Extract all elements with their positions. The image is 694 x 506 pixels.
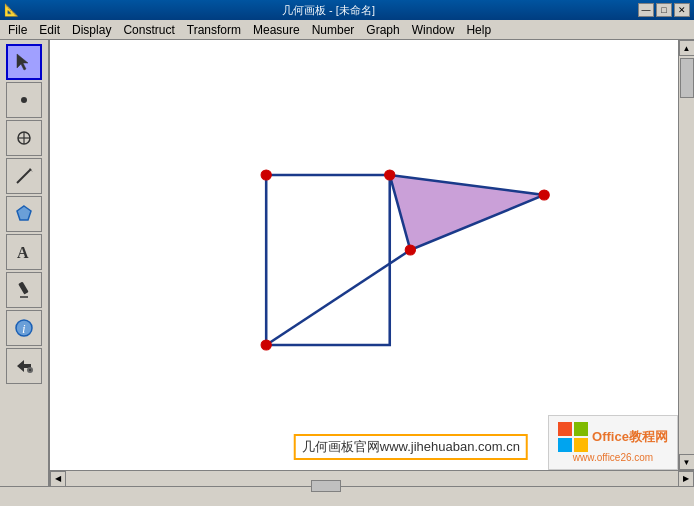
menu-display[interactable]: Display — [66, 21, 117, 39]
office-logo: Office教程网 www.office26.com — [548, 415, 678, 470]
custom-tool[interactable] — [6, 348, 42, 384]
title-bar-icon: 📐 — [4, 3, 19, 17]
svg-point-20 — [261, 170, 271, 180]
main-layout: A i — [0, 40, 694, 486]
scroll-thumb-right[interactable] — [680, 58, 694, 98]
close-button[interactable]: ✕ — [674, 3, 690, 17]
scroll-track-right — [680, 56, 694, 454]
menu-graph[interactable]: Graph — [360, 21, 405, 39]
office-logo-text: Office教程网 — [592, 428, 668, 446]
menu-transform[interactable]: Transform — [181, 21, 247, 39]
menu-measure[interactable]: Measure — [247, 21, 306, 39]
menu-file[interactable]: File — [2, 21, 33, 39]
svg-point-24 — [261, 340, 271, 350]
canvas-container: 几何画板官网www.jihehuaban.com.cn Office教程网 — [50, 40, 694, 486]
menu-help[interactable]: Help — [460, 21, 497, 39]
svg-point-2 — [21, 97, 27, 103]
office-icon — [558, 422, 588, 452]
svg-rect-17 — [266, 175, 390, 345]
svg-rect-10 — [18, 282, 28, 295]
text-tool[interactable]: A — [6, 234, 42, 270]
svg-text:A: A — [17, 244, 29, 261]
drawing-canvas[interactable]: 几何画板官网www.jihehuaban.com.cn Office教程网 — [50, 40, 678, 470]
scroll-right-button[interactable]: ▶ — [678, 471, 694, 487]
svg-rect-26 — [574, 422, 588, 436]
line-tool[interactable] — [6, 158, 42, 194]
svg-marker-0 — [17, 54, 28, 70]
polygon-tool[interactable] — [6, 196, 42, 232]
status-bar — [0, 486, 694, 506]
canvas-with-scroll: 几何画板官网www.jihehuaban.com.cn Office教程网 — [50, 40, 694, 470]
svg-point-16 — [29, 369, 31, 371]
menu-window[interactable]: Window — [406, 21, 461, 39]
marker-tool[interactable] — [6, 272, 42, 308]
bottom-scrollbar[interactable]: ◀ ▶ — [50, 470, 694, 486]
scroll-left-button[interactable]: ◀ — [50, 471, 66, 487]
svg-line-6 — [17, 169, 31, 183]
svg-point-22 — [539, 190, 549, 200]
right-scrollbar[interactable]: ▲ ▼ — [678, 40, 694, 470]
svg-marker-8 — [17, 206, 31, 220]
maximize-button[interactable]: □ — [656, 3, 672, 17]
toolbar: A i — [0, 40, 50, 486]
svg-text:i: i — [22, 321, 26, 336]
title-bar-title: 几何画板 - [未命名] — [19, 3, 638, 18]
select-tool[interactable] — [6, 44, 42, 80]
scroll-up-button[interactable]: ▲ — [679, 40, 695, 56]
minimize-button[interactable]: — — [638, 3, 654, 17]
office-logo-subtext: www.office26.com — [573, 452, 653, 463]
compass-tool[interactable] — [6, 120, 42, 156]
svg-rect-27 — [558, 438, 572, 452]
svg-point-21 — [385, 170, 395, 180]
menu-edit[interactable]: Edit — [33, 21, 66, 39]
office-logo-top: Office教程网 — [558, 422, 668, 452]
menu-bar: File Edit Display Construct Transform Me… — [0, 20, 694, 40]
svg-marker-18 — [390, 175, 544, 250]
scroll-down-button[interactable]: ▼ — [679, 454, 695, 470]
info-tool[interactable]: i — [6, 310, 42, 346]
point-tool[interactable] — [6, 82, 42, 118]
svg-rect-25 — [558, 422, 572, 436]
svg-rect-28 — [574, 438, 588, 452]
title-bar-controls: — □ ✕ — [638, 3, 690, 17]
geometry-svg — [50, 40, 678, 470]
menu-construct[interactable]: Construct — [117, 21, 180, 39]
menu-number[interactable]: Number — [306, 21, 361, 39]
svg-point-23 — [405, 245, 415, 255]
watermark-banner: 几何画板官网www.jihehuaban.com.cn — [294, 434, 528, 460]
scroll-thumb-bottom[interactable] — [311, 480, 341, 492]
title-bar: 📐 几何画板 - [未命名] — □ ✕ — [0, 0, 694, 20]
